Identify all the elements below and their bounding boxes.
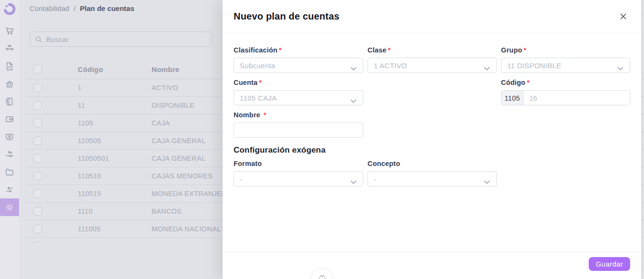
codigo-prefix: 1105	[501, 91, 523, 105]
chevron-down-icon	[484, 64, 490, 72]
field-clase: Clase* 1 ACTIVO	[368, 46, 497, 73]
nombre-input[interactable]	[234, 123, 363, 138]
close-icon	[620, 13, 627, 20]
formato-select[interactable]: -	[234, 171, 363, 186]
field-concepto: Concepto -	[368, 160, 497, 186]
field-clasificacion: Clasificación* Subcuenta	[234, 46, 363, 73]
concepto-select[interactable]: -	[368, 171, 497, 186]
concepto-label: Concepto	[368, 160, 497, 167]
chevron-down-icon	[350, 96, 357, 105]
clase-label: Clase*	[368, 46, 497, 54]
chevron-down-icon	[350, 64, 357, 72]
clase-select[interactable]: 1 ACTIVO	[368, 58, 497, 73]
field-codigo: Código* 1105	[501, 79, 630, 105]
field-formato: Formato -	[234, 160, 363, 186]
nombre-label: Nombre*	[234, 111, 363, 119]
clasificacion-select[interactable]: Subcuenta	[234, 58, 363, 73]
save-button[interactable]: Guardar	[589, 257, 630, 271]
chevron-down-icon	[617, 64, 624, 72]
grupo-select[interactable]: 11 DISPONIBLE	[501, 58, 630, 73]
close-button[interactable]	[617, 11, 629, 22]
cuenta-label: Cuenta*	[234, 79, 363, 86]
modal-title: Nuevo plan de cuentas	[234, 11, 339, 22]
formato-label: Formato	[234, 160, 363, 167]
codigo-label: Código*	[501, 79, 630, 86]
section-title-exogena: Configuración exógena	[234, 145, 630, 155]
grupo-label: Grupo*	[501, 46, 630, 54]
modal-body: Clasificación* Subcuenta Clase* 1 ACTIVO	[223, 33, 641, 192]
new-account-modal: Nuevo plan de cuentas Clasificación* Sub…	[223, 0, 641, 279]
modal-header: Nuevo plan de cuentas	[223, 0, 641, 33]
chevron-down-icon	[350, 177, 357, 186]
clasificacion-label: Clasificación*	[234, 46, 363, 54]
cuenta-select[interactable]: 1105 CAJA	[234, 90, 363, 105]
field-nombre: Nombre*	[234, 111, 363, 138]
field-cuenta: Cuenta* 1105 CAJA	[234, 79, 363, 105]
codigo-input[interactable]	[523, 91, 630, 105]
field-grupo: Grupo* 11 DISPONIBLE	[501, 46, 630, 73]
modal-footer: Guardar	[223, 252, 641, 279]
double-peak-icon	[317, 273, 327, 279]
chevron-down-icon	[484, 177, 490, 186]
